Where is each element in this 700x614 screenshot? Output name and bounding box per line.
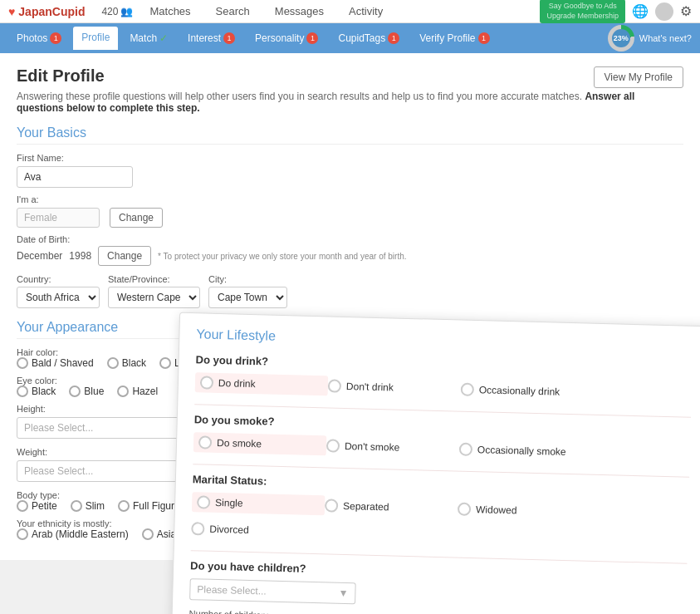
body-label-petite: Petite	[32, 500, 57, 512]
marital-label-divorced: Divorced	[209, 523, 249, 536]
eye-radio-black	[17, 386, 28, 397]
tab-cupidtags[interactable]: CupidTags 1	[330, 27, 408, 49]
weight-placeholder: Please Select...	[24, 465, 93, 477]
hair-label-black: Black	[122, 357, 146, 369]
tab-profile[interactable]: Profile	[73, 27, 118, 50]
ethnicity-radio-arab	[17, 528, 28, 540]
smoke-option-do-smoke[interactable]: Do smoke	[193, 432, 327, 455]
marital-option-separated[interactable]: Separated	[325, 495, 458, 518]
eye-radio-hazel	[117, 386, 129, 397]
marital-radio-divorced	[191, 522, 204, 535]
marital-label-separated: Separated	[343, 500, 389, 513]
nav-messages[interactable]: Messages	[275, 2, 324, 21]
logo[interactable]: ♥ JapanCupid	[8, 5, 85, 18]
body-label-slim: Slim	[86, 500, 105, 512]
nav-right: Say Goodbye to Ads Upgrade Membership 🌐 …	[540, 0, 692, 23]
tab-verify-badge: 1	[478, 32, 490, 44]
progress-area: 23% What's next?	[608, 25, 692, 52]
tab-interest-badge: 1	[223, 32, 235, 44]
upgrade-label: Upgrade Membership	[546, 12, 619, 22]
drink-option-do-drink[interactable]: Do drink	[195, 372, 329, 395]
state-select[interactable]: Western Cape	[108, 287, 200, 308]
drink-option-occasionally[interactable]: Occasionally drink	[461, 380, 595, 403]
dob-label: Date of Birth:	[17, 234, 407, 244]
eye-radio-blue	[69, 386, 81, 397]
eye-option-black[interactable]: Black	[17, 386, 56, 397]
smoke-option-occasionally[interactable]: Occasionally smoke	[459, 440, 609, 464]
change-dob-button[interactable]: Change	[98, 246, 151, 266]
tab-cupidtags-badge: 1	[388, 32, 399, 44]
marital-radio-widowed	[458, 503, 471, 516]
hair-option-bald[interactable]: Bald / Shaved	[17, 357, 94, 369]
tab-interest[interactable]: Interest 1	[179, 27, 243, 49]
first-name-label: First Name:	[17, 153, 683, 163]
user-icon: 👥	[120, 6, 133, 17]
ethnicity-option-arab[interactable]: Arab (Middle Eastern)	[17, 528, 129, 540]
tab-photos-label: Photos	[17, 32, 47, 44]
avatar[interactable]	[655, 2, 673, 21]
drink-option-dont-drink[interactable]: Don't drink	[328, 376, 462, 399]
marital-option-single[interactable]: Single	[192, 492, 326, 515]
tab-personality[interactable]: Personality 1	[247, 27, 326, 49]
your-basics-title: Your Basics	[17, 125, 683, 145]
lifestyle-title: Your Lifestyle	[196, 327, 693, 355]
whats-next[interactable]: What's next?	[639, 33, 692, 43]
smoke-options: Do smoke Don't smoke Occasionally smoke	[193, 432, 690, 465]
im-a-value: Female	[17, 208, 100, 228]
view-profile-button[interactable]: View My Profile	[594, 66, 683, 88]
marital-option-divorced[interactable]: Divorced	[191, 518, 325, 542]
profile-tabs: Photos 1 Profile Match ✓ Interest 1 Pers…	[0, 23, 700, 53]
tab-match[interactable]: Match ✓	[121, 27, 176, 49]
country-select[interactable]: South Africa	[17, 287, 100, 308]
say-goodbye-button[interactable]: Say Goodbye to Ads Upgrade Membership	[540, 0, 625, 23]
edit-profile-desc: Answering these profile questions will h…	[17, 91, 683, 114]
smoke-radio-occasionally	[459, 443, 472, 456]
tab-photos[interactable]: Photos 1	[8, 27, 70, 49]
children-placeholder: Please Select...	[197, 583, 267, 597]
eye-label-hazel: Hazel	[132, 386, 158, 397]
eye-option-hazel[interactable]: Hazel	[117, 386, 158, 397]
im-a-label: I'm a:	[17, 194, 100, 204]
gear-icon[interactable]: ⚙	[680, 3, 692, 19]
marital-options: Single Separated Widowed Divorced	[191, 492, 688, 552]
eye-option-blue[interactable]: Blue	[69, 386, 104, 397]
nav-search[interactable]: Search	[216, 2, 250, 21]
smoke-radio-dont-smoke	[326, 439, 340, 452]
marital-option-widowed[interactable]: Widowed	[458, 499, 591, 523]
tab-verify-profile[interactable]: Verify Profile 1	[411, 27, 497, 49]
change-gender-button[interactable]: Change	[110, 208, 163, 228]
nav-matches[interactable]: Matches	[149, 2, 190, 21]
body-option-petite[interactable]: Petite	[17, 500, 57, 512]
city-label: City:	[208, 274, 287, 284]
hair-label-bald: Bald / Shaved	[32, 357, 94, 369]
tab-cupidtags-label: CupidTags	[338, 32, 385, 44]
marital-label-single: Single	[215, 497, 243, 509]
nav-activity[interactable]: Activity	[349, 2, 383, 21]
tab-interest-label: Interest	[188, 32, 221, 44]
smoke-label-dont-smoke: Don't smoke	[345, 440, 400, 454]
drink-label-dont-drink: Don't drink	[346, 381, 394, 393]
smoke-option-dont-smoke[interactable]: Don't smoke	[326, 435, 460, 459]
city-select[interactable]: Cape Town	[208, 287, 287, 308]
hair-option-black[interactable]: Black	[107, 357, 146, 369]
notification-count[interactable]: 420 👥	[101, 6, 133, 17]
privacy-note: * To protect your privacy we only store …	[158, 252, 406, 261]
children-select[interactable]: Please Select... ▼	[189, 578, 356, 604]
drink-radio-dont-drink	[328, 379, 341, 392]
hair-radio-light-brown	[159, 357, 171, 369]
progress-percent: 23%	[614, 34, 629, 42]
ethnicity-label-arab: Arab (Middle Eastern)	[32, 528, 129, 540]
body-radio-full-figured	[118, 500, 130, 512]
tab-match-check: ✓	[159, 32, 168, 44]
drink-radio-occasionally	[461, 383, 474, 396]
num-children-label: Number of children:	[189, 608, 686, 614]
tab-photos-badge: 1	[50, 32, 61, 44]
marital-radio-separated	[325, 499, 338, 512]
first-name-input[interactable]	[17, 166, 133, 188]
globe-icon[interactable]: 🌐	[632, 3, 649, 19]
body-option-slim[interactable]: Slim	[71, 500, 105, 512]
tab-match-label: Match	[130, 32, 157, 44]
body-radio-slim	[71, 500, 82, 512]
logo-heart: ♥	[8, 5, 15, 18]
dob-year: 1998	[69, 250, 91, 262]
